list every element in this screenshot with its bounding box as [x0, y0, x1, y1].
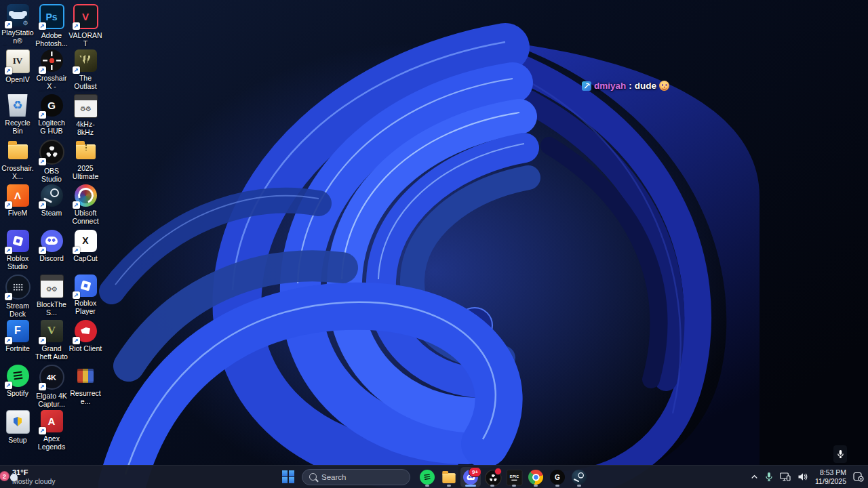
desktop-icon-recycle-bin[interactable]: ♻ Recycle Bin	[1, 94, 35, 139]
notification-badge	[494, 468, 502, 475]
desktop-icon-label: Grand Theft Auto V	[35, 344, 68, 362]
taskbar-pin-discord[interactable]: 9+	[460, 467, 481, 487]
taskbar-weather-widget[interactable]: 2 31°F Mostly cloudy	[7, 466, 56, 488]
search-placeholder: Search	[321, 473, 346, 481]
running-indicator	[577, 485, 581, 487]
desktop-icon-crosshair-x-folder[interactable]: Crosshair.X...	[1, 139, 35, 184]
desktop-icon-label: The Outlast Trials	[68, 74, 102, 92]
app-icon	[528, 470, 543, 485]
desktop-icon-fivem[interactable]: Λ FiveM	[1, 184, 35, 229]
desktop-icon-label: Apex Legends	[35, 434, 68, 451]
app-icon: Λ	[7, 184, 29, 207]
microphone-tray-icon[interactable]	[765, 472, 773, 482]
shortcut-arrow-icon	[73, 247, 80, 254]
taskbar-pin-file-explorer[interactable]	[439, 467, 459, 487]
desktop-icon-resurrected-archive[interactable]: Resurrecte...	[68, 364, 102, 409]
desktop-icon-roblox-player[interactable]: Roblox Player	[68, 274, 102, 319]
running-indicator	[447, 485, 451, 487]
shortcut-arrow-icon	[39, 158, 46, 165]
desktop-icon-outlast-trials[interactable]: The Outlast Trials	[68, 49, 102, 94]
shortcut-arrow-icon	[39, 201, 46, 209]
desktop-icon-spotify[interactable]: Spotify	[1, 364, 35, 409]
taskbar-pinned-apps: 9+ EPIC G	[417, 467, 589, 487]
desktop-icon-riot-client[interactable]: Riot Client	[68, 319, 102, 365]
shortcut-arrow-icon	[73, 291, 80, 299]
desktop-icon-setup[interactable]: Setup	[1, 409, 35, 455]
app-icon: G	[41, 94, 63, 117]
desktop-icon-label: Spotify	[1, 389, 35, 397]
desktop-icon-fortnite[interactable]: F Fortnite	[1, 319, 35, 365]
taskbar: 2 31°F Mostly cloudy Search	[0, 465, 868, 488]
running-indicator	[425, 485, 429, 487]
app-icon	[572, 470, 587, 485]
desktop-icon-label: Resurrecte...	[68, 389, 102, 405]
shortcut-arrow-icon	[73, 22, 80, 30]
desktop-icon-crosshairx[interactable]: CrosshairX - Shortcut	[35, 49, 68, 94]
notification-center-icon[interactable]	[853, 472, 864, 482]
app-icon: F	[7, 320, 29, 342]
app-icon: V	[41, 320, 63, 342]
desktop-icon-pc-optimizer-folder[interactable]: 2025 Ultimate PC Optimiz...	[68, 139, 102, 184]
chat-overlay: dmiyah : dude	[582, 81, 669, 91]
desktop-icon-label: Recycle Bin	[1, 119, 35, 135]
desktop-icon-apex-legends[interactable]: A Apex Legends	[35, 409, 68, 455]
desktop-icon-label: Fortnite	[1, 344, 35, 352]
cast-display-tray-icon[interactable]	[780, 472, 791, 481]
desktop-icon-4khz-8khz[interactable]: ⚙⚙ 4kHz-8kHz	[68, 94, 102, 139]
shortcut-arrow-icon	[39, 247, 46, 254]
shortcut-arrow-icon	[5, 247, 12, 254]
volume-tray-icon[interactable]	[797, 472, 808, 481]
desktop-icon-label: Logitech G HUB	[35, 119, 68, 135]
desktop-icon-label: CrosshairX - Shortcut	[35, 74, 68, 92]
desktop-icon-obs-studio[interactable]: OBS Studio	[35, 139, 68, 184]
running-indicator	[490, 485, 494, 487]
desktop-icon-adobe-photoshop[interactable]: Ps Adobe Photosh...	[35, 3, 68, 49]
desktop-icon-stream-deck[interactable]: Stream Deck	[1, 274, 35, 319]
hidden-icons-chevron-icon[interactable]	[751, 473, 758, 481]
shortcut-arrow-icon	[39, 66, 46, 74]
desktop-icon-label: Adobe Photosh...	[35, 31, 68, 47]
desktop-icon-label: Roblox Player	[68, 299, 102, 315]
desktop-icon-blockthespot[interactable]: ⚙⚙ BlockTheS...	[35, 274, 68, 319]
desktop-icon-label: Roblox Studio	[1, 254, 35, 270]
running-indicator	[555, 485, 559, 487]
running-indicator	[512, 485, 516, 487]
app-icon	[5, 274, 31, 300]
shortcut-arrow-icon	[39, 337, 46, 344]
desktop-icon-steam[interactable]: Steam	[35, 184, 68, 229]
desktop-icon-gta-v[interactable]: V Grand Theft Auto V	[35, 319, 68, 365]
taskbar-pin-steam[interactable]	[569, 467, 589, 487]
chat-message: dude	[635, 81, 656, 91]
desktop-icon-label: Steam	[35, 209, 68, 217]
desktop-icon-openiv[interactable]: IV OpenIV	[1, 49, 35, 94]
desktop-icon-playstation-accessories[interactable]: PlayStation® Accessories	[1, 3, 35, 49]
running-indicator	[534, 485, 538, 487]
taskbar-search[interactable]: Search	[302, 469, 410, 485]
app-icon	[39, 140, 64, 165]
taskbar-pin-obs-studio[interactable]	[482, 467, 502, 487]
desktop-icon-ubisoft-connect[interactable]: Ubisoft Connect	[68, 184, 102, 229]
taskbar-pin-spotify[interactable]	[417, 467, 437, 487]
tray-clock[interactable]: 8:53 PM 11/9/2025	[815, 468, 846, 485]
desktop-icon-label: OBS Studio	[35, 167, 68, 183]
desktop-icon-discord[interactable]: Discord	[35, 229, 68, 274]
desktop-icon-logitech-ghub[interactable]: G Logitech G HUB	[35, 94, 68, 139]
desktop-icon-label: OpenIV	[1, 75, 35, 83]
search-icon	[309, 473, 317, 481]
start-button[interactable]	[279, 468, 298, 487]
chat-username: dmiyah	[594, 81, 626, 91]
shortcut-arrow-icon	[5, 293, 12, 300]
desktop-icon-roblox-studio[interactable]: Roblox Studio	[1, 229, 35, 274]
taskbar-pin-epic-games[interactable]: EPIC	[504, 467, 524, 487]
app-icon: 4K	[39, 365, 64, 390]
desktop-icon-valorant[interactable]: V VALORANT	[68, 3, 102, 49]
desktop-icon-capcut[interactable]: X CapCut	[68, 229, 102, 274]
chat-badge-pickaxe-icon	[582, 81, 591, 91]
app-icon: Ps	[39, 4, 64, 29]
desktop-icon-elgato-4k[interactable]: 4K Elgato 4K Captur...	[35, 364, 68, 409]
taskbar-pin-logitech-ghub[interactable]: G	[547, 467, 568, 487]
shortcut-arrow-icon	[5, 21, 12, 28]
taskbar-pin-chrome[interactable]	[526, 467, 546, 487]
app-icon	[75, 365, 97, 387]
desktop-icon-label: VALORANT	[68, 31, 102, 47]
